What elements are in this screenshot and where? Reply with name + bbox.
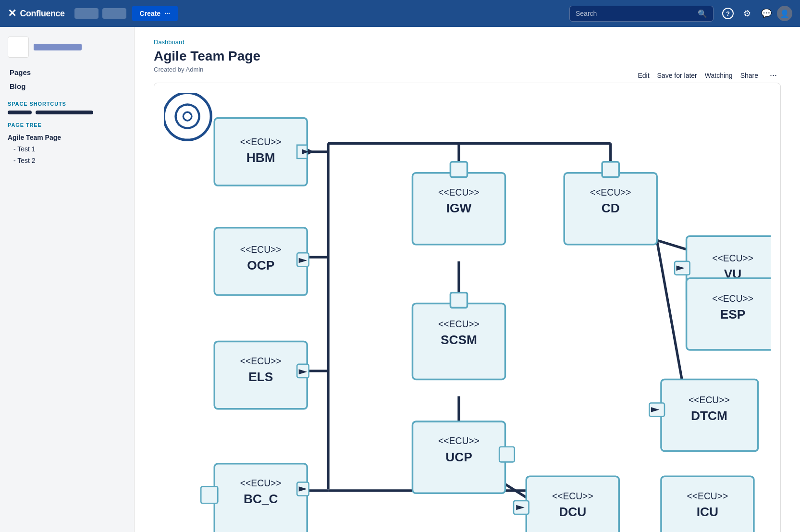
svg-text:OCP: OCP	[247, 258, 274, 272]
sidebar-item-pages[interactable]: Pages	[8, 65, 126, 79]
notifications-icon: 💬	[761, 8, 772, 19]
space-shortcuts-label: SPACE SHORTCUTS	[8, 101, 126, 107]
ecu-ucp: <<ECU>> UCP	[412, 421, 514, 493]
svg-text:BC_C: BC_C	[244, 492, 278, 506]
svg-rect-48	[201, 486, 218, 503]
diagram-container: <<ECU>> HBM <<ECU>> IGW	[154, 83, 781, 532]
shortcut-bar-1[interactable]	[8, 111, 32, 114]
svg-text:<<ECU>>: <<ECU>>	[438, 436, 480, 446]
notifications-button[interactable]: 💬	[758, 5, 775, 22]
create-button[interactable]: Create ···	[132, 6, 178, 21]
save-for-later-button[interactable]: Save for later	[657, 70, 697, 81]
nav-pills	[74, 8, 126, 19]
architecture-diagram: <<ECU>> HBM <<ECU>> IGW	[164, 93, 771, 532]
page-title: Agile Team Page	[154, 49, 781, 64]
svg-text:<<ECU>>: <<ECU>>	[438, 187, 480, 198]
page-tree-label: PAGE TREE	[8, 122, 126, 128]
page-content: Dashboard Agile Team Page Created by Adm…	[135, 27, 800, 532]
space-name-placeholder	[34, 44, 82, 50]
ecu-icu: <<ECU>> ICU	[661, 476, 754, 532]
create-button-label: Create	[140, 10, 161, 17]
svg-text:<<ECU>>: <<ECU>>	[240, 356, 282, 366]
svg-text:HBM: HBM	[246, 150, 275, 165]
confluence-logo[interactable]: ✕ Confluence	[8, 7, 65, 20]
svg-text:ELS: ELS	[248, 370, 273, 384]
svg-text:<<ECU>>: <<ECU>>	[590, 187, 631, 198]
topnav-icon-group: ? ⚙ 💬 👤	[719, 5, 792, 22]
create-button-more: ···	[164, 10, 170, 17]
main-layout: Pages Blog SPACE SHORTCUTS PAGE TREE Agi…	[0, 27, 800, 532]
space-header	[8, 37, 126, 58]
ecu-igw: <<ECU>> IGW	[412, 162, 505, 245]
svg-text:ESP: ESP	[720, 307, 746, 322]
search-bar[interactable]: 🔍	[569, 6, 714, 22]
breadcrumb[interactable]: Dashboard	[154, 38, 781, 46]
ecu-cd: <<ECU>> CD	[564, 162, 657, 245]
confluence-logo-text: Confluence	[20, 9, 65, 19]
svg-rect-13	[602, 162, 619, 177]
svg-text:DCU: DCU	[559, 505, 586, 519]
svg-text:<<ECU>>: <<ECU>>	[240, 137, 282, 147]
top-navigation: ✕ Confluence Create ··· 🔍 ? ⚙ 💬 👤	[0, 0, 800, 27]
svg-point-1	[183, 112, 192, 121]
sidebar: Pages Blog SPACE SHORTCUTS PAGE TREE Agi…	[0, 27, 135, 532]
content-header: Dashboard Agile Team Page Created by Adm…	[135, 27, 800, 73]
page-tree-child-2[interactable]: - Test 2	[8, 155, 126, 166]
ecu-hbm: <<ECU>> HBM	[214, 118, 314, 186]
help-button[interactable]: ?	[719, 5, 737, 22]
svg-text:CD: CD	[602, 201, 620, 215]
svg-text:UCP: UCP	[445, 450, 472, 464]
ecu-scsm: <<ECU>> SCSM	[412, 293, 505, 380]
svg-text:<<ECU>>: <<ECU>>	[712, 294, 753, 304]
ecu-ocp: <<ECU>> OCP	[214, 228, 308, 295]
share-button[interactable]: Share	[740, 70, 758, 81]
svg-text:<<ECU>>: <<ECU>>	[438, 319, 480, 329]
svg-text:SCSM: SCSM	[441, 333, 477, 347]
settings-button[interactable]: ⚙	[738, 5, 756, 22]
edit-button[interactable]: Edit	[638, 70, 649, 81]
svg-text:<<ECU>>: <<ECU>>	[240, 245, 282, 255]
ecu-dtcm: <<ECU>> DTCM	[649, 379, 758, 451]
page-tree-root[interactable]: Agile Team Page	[8, 132, 126, 143]
ecu-dcu: <<ECU>> DCU	[514, 476, 619, 532]
search-input[interactable]	[576, 10, 694, 17]
svg-text:ICU: ICU	[697, 505, 718, 519]
watching-button[interactable]: Watching	[705, 70, 733, 81]
settings-icon: ⚙	[743, 8, 751, 19]
svg-rect-36	[499, 447, 515, 462]
svg-point-0	[164, 93, 211, 140]
svg-rect-22	[450, 293, 467, 308]
svg-text:<<ECU>>: <<ECU>>	[240, 478, 282, 488]
diagram-logo-icon	[164, 93, 211, 140]
profile-icon: 👤	[780, 9, 789, 18]
page-actions: Edit Save for later Watching Share ···	[638, 68, 781, 82]
svg-text:IGW: IGW	[446, 201, 472, 215]
search-icon: 🔍	[698, 9, 707, 18]
ecu-bcc: <<ECU>> BC_C	[201, 464, 309, 532]
confluence-logo-icon: ✕	[8, 7, 16, 20]
svg-text:<<ECU>>: <<ECU>>	[712, 253, 753, 263]
shortcut-bar-2[interactable]	[36, 111, 93, 114]
ecu-esp: <<ECU>> ESP	[687, 278, 771, 350]
nav-pill-2[interactable]	[102, 8, 126, 19]
ecu-els: <<ECU>> ELS	[214, 341, 308, 408]
nav-pill-1[interactable]	[74, 8, 98, 19]
space-icon	[8, 37, 29, 58]
svg-rect-9	[450, 162, 467, 177]
svg-text:<<ECU>>: <<ECU>>	[689, 395, 730, 405]
profile-button[interactable]: 👤	[777, 6, 792, 21]
svg-text:<<ECU>>: <<ECU>>	[552, 491, 593, 501]
svg-text:DTCM: DTCM	[691, 408, 727, 423]
help-icon: ?	[722, 8, 734, 19]
sidebar-item-blog[interactable]: Blog	[8, 79, 126, 93]
page-tree-child-1[interactable]: - Test 1	[8, 143, 126, 155]
svg-text:<<ECU>>: <<ECU>>	[687, 491, 728, 501]
space-shortcuts	[8, 111, 126, 114]
more-actions-button[interactable]: ···	[766, 68, 781, 82]
